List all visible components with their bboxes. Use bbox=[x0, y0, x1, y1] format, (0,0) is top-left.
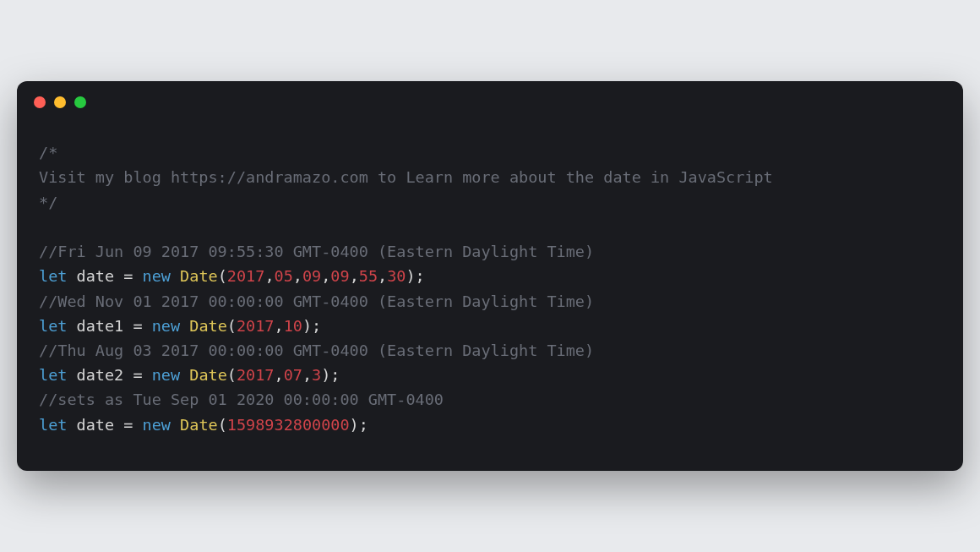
comment-line-4: //sets as Tue Sep 01 2020 00:00:00 GMT-0… bbox=[39, 391, 444, 408]
operator-equals: = bbox=[114, 416, 142, 434]
close-icon[interactable] bbox=[34, 96, 46, 108]
identifier: date2 bbox=[77, 366, 124, 384]
paren-open: ( bbox=[227, 317, 237, 335]
paren-open: ( bbox=[227, 366, 237, 384]
code-window: /* Visit my blog https://andramazo.com t… bbox=[17, 81, 963, 471]
code-area: /* Visit my blog https://andramazo.com t… bbox=[17, 115, 963, 471]
number: 2017 bbox=[227, 267, 265, 285]
number: 55 bbox=[359, 267, 378, 285]
comment-line-1: //Fri Jun 09 2017 09:55:30 GMT-0400 (Eas… bbox=[39, 243, 594, 260]
identifier: date bbox=[77, 267, 115, 285]
number: 2017 bbox=[237, 366, 275, 384]
paren-close: ); bbox=[350, 416, 368, 434]
class-date: Date bbox=[189, 317, 227, 335]
keyword-new: new bbox=[143, 416, 171, 434]
number: 10 bbox=[284, 317, 302, 335]
comma: , bbox=[302, 366, 312, 384]
keyword-let: let bbox=[39, 267, 67, 285]
comment-line-3: //Thu Aug 03 2017 00:00:00 GMT-0400 (Eas… bbox=[39, 342, 594, 359]
number: 2017 bbox=[237, 317, 275, 335]
operator-equals: = bbox=[123, 317, 151, 335]
paren-close: ); bbox=[321, 366, 340, 384]
identifier: date bbox=[77, 416, 115, 434]
comment-line-2: //Wed Nov 01 2017 00:00:00 GMT-0400 (Eas… bbox=[39, 292, 594, 310]
block-comment-close: */ bbox=[39, 194, 57, 211]
maximize-icon[interactable] bbox=[74, 96, 86, 108]
number: 05 bbox=[275, 267, 293, 285]
class-date: Date bbox=[180, 267, 218, 285]
comma: , bbox=[264, 267, 274, 285]
titlebar bbox=[17, 81, 963, 115]
keyword-new: new bbox=[152, 317, 180, 335]
number: 09 bbox=[330, 267, 349, 285]
identifier: date1 bbox=[77, 317, 124, 335]
paren-close: ); bbox=[302, 317, 321, 335]
comma: , bbox=[275, 366, 284, 384]
comma: , bbox=[275, 317, 284, 335]
keyword-let: let bbox=[39, 416, 67, 434]
block-comment-open: /* bbox=[39, 144, 57, 161]
number: 1598932800000 bbox=[227, 416, 350, 434]
operator-equals: = bbox=[114, 267, 142, 285]
keyword-let: let bbox=[39, 317, 67, 335]
comma: , bbox=[378, 267, 387, 285]
minimize-icon[interactable] bbox=[54, 96, 66, 108]
comma: , bbox=[321, 267, 330, 285]
class-date: Date bbox=[180, 416, 218, 434]
number: 09 bbox=[302, 267, 321, 285]
paren-open: ( bbox=[218, 267, 227, 285]
block-comment-body: Visit my blog https://andramazo.com to L… bbox=[39, 168, 773, 186]
comma: , bbox=[293, 267, 302, 285]
keyword-new: new bbox=[143, 267, 171, 285]
number: 3 bbox=[312, 366, 321, 384]
class-date: Date bbox=[189, 366, 227, 384]
comma: , bbox=[350, 267, 359, 285]
keyword-new: new bbox=[152, 366, 180, 384]
number: 07 bbox=[284, 366, 302, 384]
paren-open: ( bbox=[218, 416, 227, 434]
keyword-let: let bbox=[39, 366, 67, 384]
operator-equals: = bbox=[123, 366, 151, 384]
number: 30 bbox=[387, 267, 406, 285]
paren-close: ); bbox=[406, 267, 424, 285]
